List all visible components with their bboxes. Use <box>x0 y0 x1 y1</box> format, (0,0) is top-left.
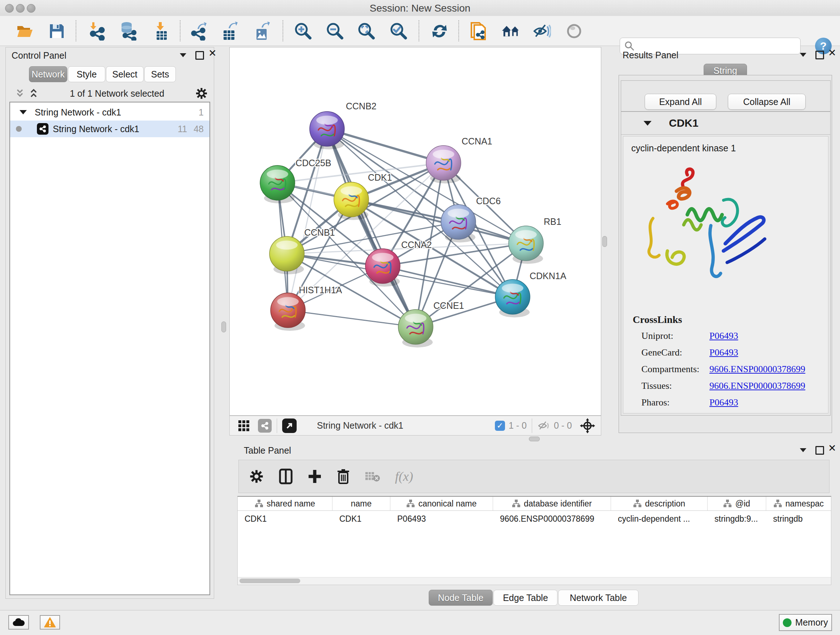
network-node-ccnb1[interactable]: CCNB1 <box>270 227 335 274</box>
table-options-button[interactable] <box>249 469 264 484</box>
network-graph[interactable]: CCNB2CCNA1CDC25BCDK1CDC6RB1CCNB1CCNA2CDK… <box>230 48 601 415</box>
tab-network[interactable]: Network <box>29 66 67 82</box>
zoom-fit-button[interactable] <box>357 22 376 41</box>
expand-all-networks-icon[interactable] <box>14 88 25 99</box>
network-edge-count: 48 <box>194 124 204 134</box>
detach-view-icon[interactable] <box>282 418 297 433</box>
network-options-gear-icon[interactable] <box>195 87 208 100</box>
network-edge[interactable] <box>327 129 416 327</box>
column-header-canonical-name[interactable]: canonical name <box>390 497 493 510</box>
string-protein-query-button[interactable] <box>469 22 488 41</box>
right-splitter-handle[interactable] <box>602 236 607 247</box>
network-node-ccnb2[interactable]: CCNB2 <box>309 101 377 149</box>
table-panel-menu-button[interactable] <box>800 448 806 452</box>
network-canvas[interactable]: CCNB2CCNA1CDC25BCDK1CDC6RB1CCNB1CCNA2CDK… <box>229 47 601 416</box>
bottom-splitter-handle[interactable] <box>529 437 540 441</box>
delete-column-button[interactable] <box>336 468 350 485</box>
results-panel-float-button[interactable] <box>815 51 824 59</box>
crosslink-compartments-link[interactable]: 9606.ENSP00000378699 <box>709 364 805 375</box>
table-panel-float-button[interactable] <box>815 446 824 455</box>
gene-collapse-caret-icon[interactable] <box>644 121 652 126</box>
create-column-button[interactable] <box>308 469 322 485</box>
column-header-shared-name[interactable]: shared name <box>238 497 332 510</box>
network-tree-toolbar: 1 of 1 Network selected <box>9 86 210 101</box>
memory-button[interactable]: Memory <box>779 614 832 631</box>
network-node-rb1[interactable]: RB1 <box>508 217 561 264</box>
export-table-button[interactable] <box>220 22 239 41</box>
import-table-icon <box>152 22 171 41</box>
network-node-cdkn1a[interactable]: CDKN1A <box>495 271 567 318</box>
column-header-database-identifier[interactable]: database identifier <box>493 497 611 510</box>
collapse-all-button[interactable]: Collapse All <box>728 94 806 110</box>
collapse-all-networks-icon[interactable] <box>28 88 39 99</box>
network-node-ccna1[interactable]: CCNA1 <box>426 136 493 184</box>
tab-style[interactable]: Style <box>68 66 105 82</box>
warnings-button[interactable] <box>40 615 60 630</box>
table-row[interactable]: CDK1 CDK1 P06493 9606.ENSP00000378699 cy… <box>238 511 831 527</box>
import-network-file-button[interactable] <box>88 22 107 41</box>
column-header-description[interactable]: description <box>611 497 707 510</box>
import-table-file-button[interactable] <box>152 22 171 41</box>
birds-eye-view-icon[interactable] <box>580 418 595 433</box>
open-session-button[interactable] <box>15 22 34 41</box>
string-view-icon[interactable] <box>258 419 272 432</box>
network-node-ccne1[interactable]: CCNE1 <box>398 301 464 348</box>
network-edge[interactable] <box>288 129 327 310</box>
zoom-selected-button[interactable] <box>389 22 408 41</box>
tab-node-table[interactable]: Node Table <box>429 590 493 606</box>
cell-database-identifier[interactable]: 9606.ENSP00000378699 <box>493 511 611 527</box>
gene-section-header[interactable]: CDK1 <box>621 112 830 135</box>
left-splitter-handle[interactable] <box>221 321 226 333</box>
apply-layout-button[interactable] <box>430 22 449 41</box>
crosslink-uniprot-link[interactable]: P06493 <box>709 331 738 341</box>
cloud-status-button[interactable] <box>8 615 29 630</box>
control-panel-menu-button[interactable] <box>180 53 186 57</box>
network-row[interactable]: String Network - cdk1 11 48 <box>10 120 210 137</box>
save-session-button[interactable] <box>47 22 66 41</box>
network-edge[interactable] <box>288 310 416 327</box>
tab-select[interactable]: Select <box>106 66 144 82</box>
horizontal-scrollbar[interactable] <box>238 577 831 585</box>
export-network-button[interactable] <box>189 22 208 41</box>
cell-shared-name[interactable]: CDK1 <box>238 511 332 527</box>
node-table[interactable]: shared name name canonical name database… <box>237 496 831 585</box>
control-panel-float-button[interactable] <box>195 51 204 60</box>
memory-label: Memory <box>795 617 828 628</box>
crosslink-genecard-link[interactable]: P06493 <box>709 347 738 358</box>
collection-expand-caret-icon[interactable] <box>19 110 27 114</box>
tab-sets[interactable]: Sets <box>144 66 176 82</box>
zoom-fit-icon <box>357 22 376 40</box>
export-image-button[interactable] <box>253 22 271 41</box>
zoom-in-button[interactable] <box>294 22 313 41</box>
network-node-hist1h1a[interactable]: HIST1H1A <box>271 285 342 331</box>
grid-view-icon[interactable] <box>238 420 250 432</box>
tab-edge-table[interactable]: Edge Table <box>493 590 557 606</box>
cell-canonical-name[interactable]: P06493 <box>390 511 493 527</box>
string-home-button[interactable] <box>501 22 520 41</box>
table-panel-close-button[interactable]: ✕ <box>828 445 836 452</box>
column-header-name[interactable]: name <box>332 497 390 510</box>
network-edge[interactable] <box>327 129 444 163</box>
zoom-out-button[interactable] <box>325 22 344 41</box>
control-panel-close-button[interactable]: ✕ <box>208 50 217 57</box>
selected-indicator-checkbox-icon[interactable]: ✓ <box>495 421 505 431</box>
tab-network-table[interactable]: Network Table <box>558 590 638 606</box>
crosslink-pharos-link[interactable]: P06493 <box>709 397 738 408</box>
column-header-namespace[interactable]: namespac <box>766 497 831 510</box>
network-node-cdk1[interactable]: CDK1 <box>334 172 392 220</box>
crosslink-tissues-link[interactable]: 9606.ENSP00000378699 <box>709 380 805 391</box>
import-network-database-button[interactable] <box>118 22 137 41</box>
string-hide-images-button[interactable] <box>532 22 551 41</box>
results-panel-close-button[interactable]: ✕ <box>828 49 836 57</box>
cell-namespace[interactable]: stringdb <box>766 511 831 527</box>
horizontal-scrollbar-thumb[interactable] <box>240 578 300 583</box>
cell-name[interactable]: CDK1 <box>332 511 390 527</box>
network-collection-row[interactable]: String Network - cdk1 1 <box>10 104 210 120</box>
cell-id[interactable]: stringdb:9... <box>707 511 766 527</box>
results-panel-menu-button[interactable] <box>800 53 806 57</box>
show-columns-button[interactable] <box>279 469 293 485</box>
cell-description[interactable]: cyclin-dependent ... <box>611 511 707 527</box>
expand-all-button[interactable]: Expand All <box>645 94 716 110</box>
string-glass-effect-button[interactable] <box>565 22 584 41</box>
column-header-id[interactable]: @id <box>707 497 766 510</box>
